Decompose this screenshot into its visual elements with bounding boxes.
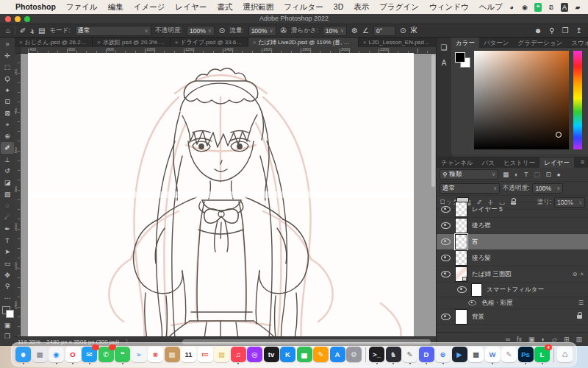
dock-icon-messages[interactable]: ❝: [115, 347, 130, 362]
dock-icon-pages[interactable]: ✎: [313, 347, 329, 362]
tool-path-selection-tool[interactable]: ➤: [1, 246, 14, 258]
menubar-item[interactable]: 編集: [103, 2, 129, 13]
filter-filter-type-icon[interactable]: T: [524, 171, 528, 178]
layer-row-smart-object[interactable]: たば姉 三面図 ⊘ ˄: [437, 266, 588, 283]
dock-icon-drawing-app[interactable]: ✎: [402, 347, 417, 362]
tab-close-icon[interactable]: ×: [97, 39, 101, 46]
dock-icon-chrome[interactable]: ⊛: [435, 347, 451, 362]
status-icon-battery-icon[interactable]: ▰: [574, 3, 581, 12]
filter-mask-thumbnail[interactable]: [471, 283, 482, 297]
flow-select[interactable]: 100% ∨: [248, 26, 276, 36]
layer-thumbnail[interactable]: [455, 250, 467, 266]
dock-icon-photoshop[interactable]: Ps: [518, 347, 534, 362]
color-swatch-pair[interactable]: [455, 52, 471, 68]
quick-mask-icon[interactable]: ▣: [1, 319, 14, 331]
menubar-item[interactable]: 表示: [348, 2, 374, 13]
vertical-scrollbar[interactable]: [431, 54, 435, 187]
menubar-item[interactable]: フィルター: [279, 2, 328, 13]
airbrush-icon[interactable]: ✇: [281, 26, 287, 35]
panel-tab[interactable]: スウォッチ: [567, 38, 588, 48]
menubar-item[interactable]: 選択範囲: [237, 2, 279, 13]
layer-row[interactable]: 後ろ髪: [437, 250, 588, 266]
share-icon[interactable]: ↥: [576, 26, 582, 35]
layer-thumbnail[interactable]: [455, 202, 467, 217]
tool-object-selection-tool[interactable]: ✦: [1, 85, 14, 96]
menubar-item[interactable]: ヘルプ: [474, 2, 508, 13]
dock-icon-keynote[interactable]: K: [280, 347, 295, 362]
dock-icon-tv[interactable]: tv: [264, 347, 279, 362]
panel-tab[interactable]: グラデーション: [514, 38, 567, 48]
tool-frame-tool[interactable]: ⊠: [1, 107, 14, 119]
dock-icon-podcasts[interactable]: ◎: [247, 347, 262, 362]
filter-filter-toggle-icon[interactable]: ●: [557, 171, 561, 178]
dock-icon-word-app[interactable]: W: [485, 347, 501, 362]
tool-marquee-tool[interactable]: ⬚: [1, 61, 14, 73]
tab-close-icon[interactable]: ×: [19, 39, 23, 46]
status-icon-record-icon[interactable]: ◉: [521, 3, 528, 12]
tool-move-tool[interactable]: ✛: [1, 50, 14, 62]
dock-icon-app-store[interactable]: A: [330, 347, 345, 362]
dock-icon-discord[interactable]: D: [419, 347, 434, 362]
tool-eyedropper-tool[interactable]: ⌖: [1, 119, 14, 131]
filter-filter-pixel-icon[interactable]: ▦: [503, 171, 509, 178]
tab-close-icon[interactable]: ×: [253, 39, 257, 46]
layer-row[interactable]: レイヤー 5: [437, 202, 588, 218]
smart-filter-row[interactable]: スマートフィルター: [437, 283, 588, 297]
smoothing-select[interactable]: 10% ∨: [323, 26, 347, 36]
dock-icon-divider[interactable]: [365, 347, 366, 362]
hue-slider[interactable]: [573, 51, 582, 149]
filter-filter-smart-icon[interactable]: ⊡: [545, 171, 551, 178]
blend-mode-select[interactable]: 通常 ∨: [75, 26, 151, 36]
dock-icon-photos[interactable]: ❀: [148, 347, 163, 362]
background-color-swatch[interactable]: [6, 310, 14, 318]
collapse-icon[interactable]: ˄: [580, 271, 584, 277]
layer-row[interactable]: 後ろ襟: [437, 218, 588, 234]
workspace-switcher-icon[interactable]: ❒: [562, 26, 569, 35]
tool-expand-tools[interactable]: »: [1, 38, 14, 50]
document-tab[interactable]: × L2D_Lesson_EN.psd @ ...: [359, 38, 437, 47]
layer-row-selected[interactable]: 首: [437, 234, 588, 250]
brush-size-preview[interactable]: • 4: [30, 28, 33, 34]
dock-icon-maps[interactable]: ➢: [132, 347, 147, 362]
visibility-eye-icon[interactable]: [441, 314, 451, 320]
brush-preset-icon[interactable]: ✐: [20, 26, 26, 35]
menubar-item[interactable]: ファイル: [61, 2, 103, 13]
layer-blend-mode-select[interactable]: 通常 ∨: [440, 183, 500, 194]
smoothing-gear-icon[interactable]: ⚙: [351, 26, 358, 35]
panel-tab[interactable]: カラー: [451, 38, 479, 48]
layer-opacity-select[interactable]: 100% ∨: [532, 183, 563, 194]
dock-icon-textedit[interactable]: ✎: [501, 347, 517, 362]
pressure-opacity-icon[interactable]: ⊙: [219, 26, 225, 35]
tool-type-tool[interactable]: T: [1, 235, 14, 247]
dock-icon-divider[interactable]: [553, 347, 554, 362]
brush-angle-field[interactable]: 0°: [373, 26, 395, 36]
tool-crop-tool[interactable]: ⊡: [1, 96, 14, 107]
panel-tab[interactable]: パターン: [479, 38, 514, 48]
tool-hand-tool[interactable]: ✥: [1, 269, 14, 281]
tool-pen-tool[interactable]: ✒: [1, 223, 14, 235]
symmetry-icon[interactable]: Ӝ: [410, 26, 417, 35]
tool-shape-tool[interactable]: ▭: [1, 258, 14, 269]
visibility-eye-icon[interactable]: [468, 300, 476, 305]
visibility-eye-icon[interactable]: [441, 222, 451, 229]
tool-smudge-tool[interactable]: ☄: [1, 211, 14, 223]
document-tab[interactable]: × ドライブ.psd @ 33.6% (...: [171, 38, 248, 47]
dock-icon-safari[interactable]: ◉: [49, 347, 64, 362]
layer-thumbnail[interactable]: [455, 309, 467, 325]
menubar-item[interactable]: Photoshop: [10, 2, 61, 13]
brush-settings-panel-icon[interactable]: ▤: [38, 26, 45, 35]
tool-lasso-tool[interactable]: Ϙ: [1, 73, 14, 85]
dock-icon-terminal[interactable]: >_: [369, 347, 384, 362]
tool-zoom-tool[interactable]: ⚲: [1, 280, 14, 292]
visibility-eye-icon[interactable]: [457, 286, 467, 293]
document-tab[interactable]: × 水族館.psd @ 20.3% (レ...: [93, 38, 171, 47]
menubar-item[interactable]: プラグイン: [374, 2, 424, 13]
tool-blur-tool[interactable]: ◌: [1, 200, 14, 212]
dock-icon-music[interactable]: ♫: [231, 347, 246, 362]
adjustment-row[interactable]: 色相・彩度 ☰: [437, 297, 588, 309]
pressure-size-icon[interactable]: ⊙: [400, 26, 406, 35]
tab-close-icon[interactable]: ×: [175, 39, 179, 46]
search-icon[interactable]: ⚲: [549, 26, 554, 35]
dock-icon-media-app[interactable]: ▶: [452, 347, 467, 362]
panel-tab[interactable]: チャンネル: [437, 158, 478, 168]
